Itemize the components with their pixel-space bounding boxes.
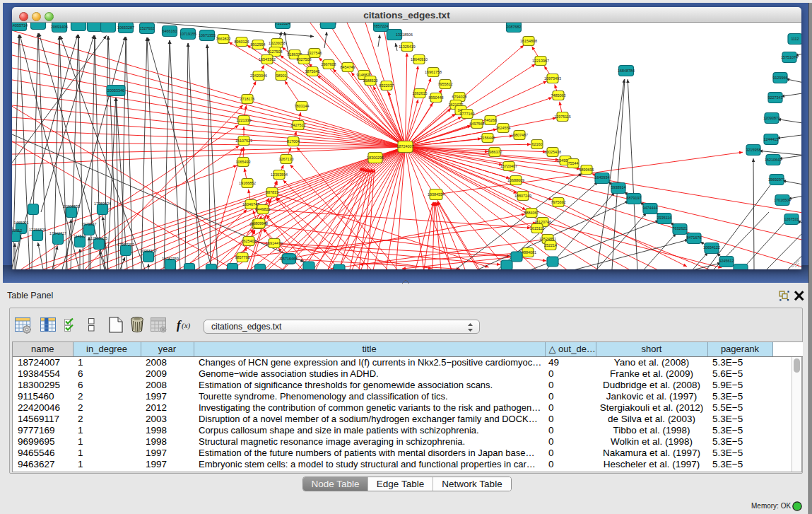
svg-text:7485063: 7485063 — [551, 93, 566, 98]
svg-text:8471676: 8471676 — [687, 235, 702, 240]
svg-text:1640934: 1640934 — [595, 175, 610, 180]
svg-text:1465001: 1465001 — [14, 221, 29, 225]
svg-text:7803144: 7803144 — [295, 104, 310, 108]
svg-text:6879197: 6879197 — [627, 196, 642, 200]
svg-text:16120746: 16120746 — [534, 220, 551, 224]
svg-text:15692971: 15692971 — [768, 177, 785, 182]
svg-text:16914479: 16914479 — [266, 241, 283, 245]
svg-text:16046748: 16046748 — [242, 202, 259, 206]
svg-text:16961758: 16961758 — [425, 70, 442, 74]
svg-text:16107523: 16107523 — [235, 139, 252, 143]
svg-text:16543362: 16543362 — [259, 57, 276, 62]
svg-text:9777169: 9777169 — [460, 112, 475, 116]
svg-text:20691406: 20691406 — [51, 25, 68, 29]
svg-text:16809948: 16809948 — [251, 221, 268, 226]
svg-text:18724007: 18724007 — [397, 144, 414, 148]
svg-text:9129966: 9129966 — [773, 76, 788, 80]
svg-text:19166852: 19166852 — [239, 181, 256, 185]
svg-text:12975115: 12975115 — [554, 115, 571, 119]
svg-text:18640910: 18640910 — [411, 57, 428, 62]
svg-text:10973493: 10973493 — [544, 76, 561, 81]
svg-text:3975857: 3975857 — [82, 222, 97, 226]
svg-text:13218506: 13218506 — [396, 33, 413, 37]
svg-text:5938914: 5938914 — [611, 185, 626, 189]
svg-text:15751074: 15751074 — [781, 55, 798, 59]
svg-text:17342717: 17342717 — [49, 231, 66, 235]
svg-text:18807249: 18807249 — [514, 194, 531, 198]
svg-text:10671355: 10671355 — [199, 33, 216, 37]
svg-text:2967608: 2967608 — [322, 62, 336, 66]
svg-text:12213967: 12213967 — [532, 59, 549, 63]
svg-text:7857224: 7857224 — [374, 24, 389, 28]
svg-text:6497568: 6497568 — [470, 122, 485, 126]
svg-text:3267130: 3267130 — [279, 157, 294, 161]
svg-text:10688609: 10688609 — [507, 178, 524, 182]
svg-text:10654122: 10654122 — [703, 245, 720, 250]
svg-text:12093872: 12093872 — [763, 116, 780, 120]
svg-text:17359924: 17359924 — [94, 201, 111, 206]
svg-text:1244415: 1244415 — [764, 137, 779, 141]
svg-text:10807487: 10807487 — [511, 133, 528, 137]
svg-text:8912954: 8912954 — [251, 42, 266, 47]
svg-text:12505135: 12505135 — [90, 236, 107, 240]
svg-text:8427512: 8427512 — [291, 123, 306, 127]
svg-text:98901: 98901 — [276, 74, 287, 78]
svg-text:18300295: 18300295 — [367, 156, 384, 160]
svg-text:7625402: 7625402 — [242, 239, 257, 243]
svg-text:7955812: 7955812 — [438, 82, 453, 86]
svg-text:13524851: 13524851 — [539, 237, 556, 241]
svg-text:(x): (x) — [182, 321, 191, 330]
svg-text:1527602: 1527602 — [140, 26, 155, 30]
svg-text:10653287: 10653287 — [117, 25, 134, 30]
svg-text:16782759: 16782759 — [162, 257, 179, 261]
svg-text:16210643: 16210643 — [765, 158, 782, 162]
svg-text:9245612: 9245612 — [719, 259, 734, 263]
svg-text:10719155: 10719155 — [180, 32, 196, 36]
svg-text:8322037: 8322037 — [379, 83, 394, 88]
svg-text:1267531: 1267531 — [784, 217, 799, 221]
svg-text:15716465: 15716465 — [281, 257, 298, 261]
svg-text:8990448: 8990448 — [429, 95, 444, 100]
svg-text:13226058: 13226058 — [269, 41, 286, 45]
svg-text:2087682: 2087682 — [507, 25, 522, 29]
svg-text:1327546: 1327546 — [307, 51, 322, 55]
svg-text:7975692: 7975692 — [551, 200, 566, 204]
svg-text:7632621: 7632621 — [673, 226, 688, 230]
svg-text:2156446: 2156446 — [481, 136, 495, 140]
svg-text:746266: 746266 — [484, 118, 497, 122]
svg-text:15720407: 15720407 — [500, 164, 517, 168]
svg-text:16848784: 16848784 — [618, 69, 635, 73]
svg-text:16154808: 16154808 — [520, 39, 537, 43]
svg-text:75544: 75544 — [568, 161, 579, 165]
svg-text:17957253: 17957253 — [117, 243, 134, 247]
svg-text:252214: 252214 — [544, 243, 557, 247]
svg-text:3915112: 3915112 — [12, 228, 22, 233]
svg-text:62160: 62160 — [532, 142, 543, 146]
svg-text:14055714: 14055714 — [12, 23, 28, 28]
svg-text:6899695: 6899695 — [579, 168, 594, 172]
svg-text:9227343: 9227343 — [768, 95, 783, 100]
svg-text:5884067: 5884067 — [524, 211, 539, 215]
svg-text:1588520: 1588520 — [363, 78, 378, 83]
svg-text:1112: 1112 — [791, 37, 799, 41]
svg-text:2718176: 2718176 — [240, 97, 255, 101]
svg-text:7515524: 7515524 — [276, 23, 290, 25]
svg-text:1065493: 1065493 — [236, 160, 251, 164]
svg-text:3875645: 3875645 — [305, 69, 320, 74]
svg-text:10958157: 10958157 — [140, 249, 157, 253]
svg-text:1221339: 1221339 — [237, 118, 252, 122]
svg-text:1362615: 1362615 — [413, 91, 428, 95]
svg-text:6466160: 6466160 — [163, 29, 177, 33]
svg-text:20206555: 20206555 — [63, 204, 80, 209]
svg-text:7986372: 7986372 — [488, 150, 502, 154]
svg-text:6794028: 6794028 — [452, 95, 467, 99]
svg-text:9327508: 9327508 — [297, 57, 312, 62]
svg-text:8454749: 8454749 — [341, 65, 355, 69]
svg-text:20053346: 20053346 — [107, 88, 124, 93]
svg-text:23420046: 23420046 — [250, 74, 267, 78]
svg-text:887833: 887833 — [266, 190, 278, 194]
svg-text:817004: 817004 — [287, 139, 300, 144]
svg-text:12156829: 12156829 — [29, 228, 46, 232]
svg-text:12353594: 12353594 — [271, 173, 288, 177]
svg-text:8449822: 8449822 — [256, 207, 271, 211]
